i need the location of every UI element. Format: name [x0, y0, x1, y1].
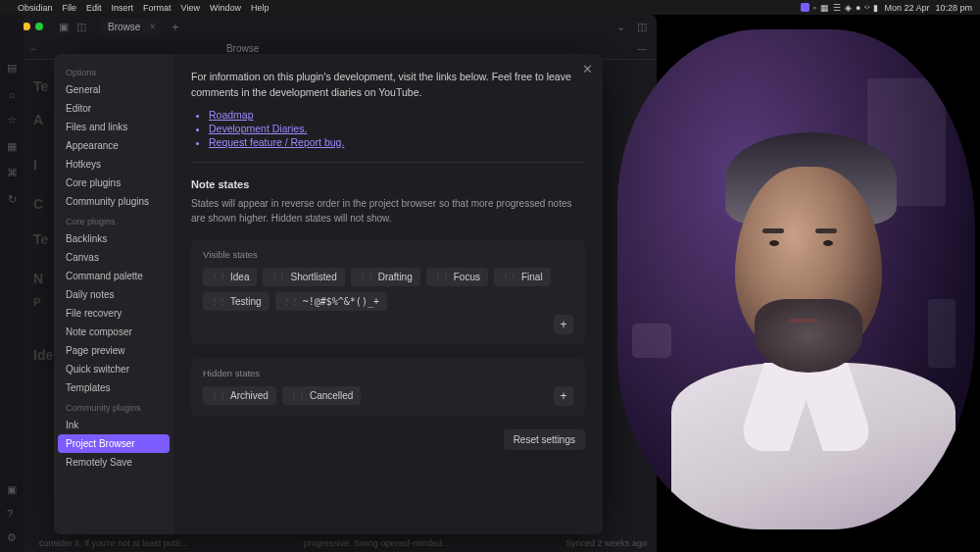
sidebar-item-editor[interactable]: Editor	[58, 99, 170, 118]
sidebar-item-remotely-save[interactable]: Remotely Save	[58, 453, 170, 472]
webcam-overlay	[617, 29, 975, 529]
sidebar-item-community-plugins[interactable]: Community plugins	[58, 192, 170, 211]
calendar-icon[interactable]: ▦	[7, 140, 17, 153]
drag-grip-icon[interactable]: ⋮⋮	[434, 273, 450, 281]
plugin-intro: For information on this plugin's develop…	[191, 70, 585, 101]
help-icon[interactable]: ?	[7, 508, 17, 520]
drag-grip-icon[interactable]: ⋮⋮	[270, 273, 286, 281]
sync-status: Synced 2 weeks ago	[565, 538, 647, 548]
sidebar-group-label: Community plugins	[58, 397, 170, 416]
state-chip[interactable]: ⋮⋮Focus	[426, 268, 488, 286]
drag-grip-icon[interactable]: ⋮⋮	[502, 273, 517, 281]
sidebar-item-canvas[interactable]: Canvas	[58, 248, 170, 267]
window-titlebar: ▣ ◫ Browse × + ⌄ ◫	[0, 15, 657, 38]
maximize-window-button[interactable]	[35, 23, 43, 30]
sidebar-item-general[interactable]: General	[58, 80, 170, 99]
state-chip[interactable]: ⋮⋮Final	[494, 268, 551, 286]
sidebar-item-command-palette[interactable]: Command palette	[58, 267, 170, 285]
state-chip[interactable]: ⋮⋮Drafting	[351, 268, 420, 286]
status-dot-icon: ◦	[813, 3, 816, 13]
new-tab-button[interactable]: +	[172, 20, 179, 34]
sidebar-item-backlinks[interactable]: Backlinks	[58, 229, 170, 248]
visible-states-label: Visible states	[203, 249, 573, 260]
sidebar-item-daily-notes[interactable]: Daily notes	[58, 285, 170, 304]
sidebar-right-icon[interactable]: ◫	[76, 21, 86, 33]
sidebar-item-core-plugins[interactable]: Core plugins	[58, 174, 170, 192]
drag-grip-icon[interactable]: ⋮⋮	[211, 273, 226, 281]
wifi-icon[interactable]: ⌔	[864, 3, 869, 13]
command-icon[interactable]: ⌘	[7, 167, 18, 179]
state-chip[interactable]: ⋮⋮~!@#$%^&*()_+	[275, 292, 387, 311]
state-chip[interactable]: ⋮⋮Cancelled	[282, 386, 361, 405]
state-chip[interactable]: ⋮⋮Archived	[203, 386, 276, 405]
drag-grip-icon[interactable]: ⋮⋮	[283, 297, 299, 306]
status-dot-icon: ◈	[845, 3, 852, 13]
menu-insert[interactable]: Insert	[112, 3, 134, 13]
add-visible-state-button[interactable]: +	[554, 315, 573, 334]
chevron-down-icon[interactable]: ⌄	[616, 21, 625, 33]
sidebar-item-appearance[interactable]: Appearance	[58, 136, 170, 155]
menu-edit[interactable]: Edit	[86, 3, 102, 13]
battery-icon[interactable]: ▮	[873, 3, 878, 13]
status-dot-icon: ●	[856, 3, 860, 13]
minimize-window-button[interactable]	[23, 23, 30, 30]
add-hidden-state-button[interactable]: +	[554, 386, 573, 406]
plugin-links: RoadmapDevelopment Diaries.Request featu…	[209, 109, 585, 148]
sidebar-item-files-and-links[interactable]: Files and links	[58, 118, 170, 136]
hidden-states-box: Hidden states ⋮⋮Archived⋮⋮Cancelled+	[191, 358, 585, 416]
sidebar-toggle-icon[interactable]: ▣	[59, 21, 69, 33]
state-chip-label: Focus	[454, 272, 480, 282]
bookmark-icon[interactable]: ☆	[7, 114, 17, 126]
sidebar-item-note-composer[interactable]: Note composer	[58, 323, 170, 341]
visible-states-box: Visible states ⋮⋮Idea⋮⋮Shortlisted⋮⋮Draf…	[191, 239, 585, 344]
drag-grip-icon[interactable]: ⋮⋮	[359, 273, 374, 281]
menu-format[interactable]: Format	[143, 3, 172, 13]
files-icon[interactable]: ▤	[7, 62, 17, 75]
sidebar-item-templates[interactable]: Templates	[58, 378, 170, 397]
menu-app[interactable]: Obsidian	[18, 3, 53, 13]
plugin-link[interactable]: Roadmap	[209, 109, 585, 121]
menu-help[interactable]: Help	[251, 3, 270, 13]
macos-menubar: Obsidian File Edit Insert Format View Wi…	[0, 0, 980, 15]
section-description: States will appear in reverse order in t…	[191, 196, 585, 226]
state-chip-label: Final	[521, 272, 543, 282]
sidebar-item-ink[interactable]: Ink	[58, 416, 170, 434]
plugin-link[interactable]: Development Diaries.	[209, 123, 585, 134]
state-chip[interactable]: ⋮⋮Testing	[203, 292, 270, 311]
sidebar-item-hotkeys[interactable]: Hotkeys	[58, 155, 170, 174]
sidebar-group-label: Options	[58, 62, 170, 80]
settings-sidebar: OptionsGeneralEditorFiles and linksAppea…	[54, 54, 173, 534]
gear-icon[interactable]: ⚙	[7, 531, 17, 544]
menu-file[interactable]: File	[63, 3, 77, 13]
section-title: Note states	[191, 178, 585, 190]
menu-window[interactable]: Window	[210, 3, 241, 13]
state-chip-label: Drafting	[378, 272, 413, 282]
state-chip-label: Testing	[230, 296, 262, 307]
menubar-date[interactable]: Mon 22 Apr	[884, 3, 929, 13]
state-chip[interactable]: ⋮⋮Shortlisted	[263, 268, 344, 286]
sidebar-item-quick-switcher[interactable]: Quick switcher	[58, 360, 170, 378]
tab-close-icon[interactable]: ×	[150, 22, 155, 31]
search-icon[interactable]: ⌕	[9, 88, 16, 100]
drag-grip-icon[interactable]: ⋮⋮	[211, 391, 226, 400]
drag-grip-icon[interactable]: ⋮⋮	[290, 391, 306, 400]
status-icons: ◦ ▦ ☰ ◈ ● ⌔ ▮	[801, 3, 879, 13]
sidebar-item-file-recovery[interactable]: File recovery	[58, 304, 170, 323]
vault-icon[interactable]: ▣	[7, 483, 17, 496]
tab-browse[interactable]: Browse ×	[100, 19, 160, 35]
app-badge-icon[interactable]	[801, 3, 809, 12]
state-chip[interactable]: ⋮⋮Idea	[203, 268, 257, 286]
close-icon[interactable]: ✕	[582, 62, 593, 76]
footer-text-mid: progressive. Swing opened-minded…	[304, 538, 451, 548]
menubar-time[interactable]: 10:28 pm	[935, 3, 972, 13]
state-chip-label: Archived	[230, 390, 269, 401]
panel-right-icon[interactable]: ◫	[637, 21, 647, 33]
drag-grip-icon[interactable]: ⋮⋮	[211, 297, 226, 306]
sync-icon[interactable]: ↻	[8, 193, 17, 206]
sidebar-item-page-preview[interactable]: Page preview	[58, 341, 170, 360]
status-dot-icon: ▦	[820, 3, 829, 13]
menu-view[interactable]: View	[181, 3, 200, 13]
reset-settings-button[interactable]: Reset settings	[504, 429, 585, 450]
plugin-link[interactable]: Request feature / Report bug.	[209, 136, 585, 148]
sidebar-item-project-browser[interactable]: Project Browser	[58, 434, 170, 453]
